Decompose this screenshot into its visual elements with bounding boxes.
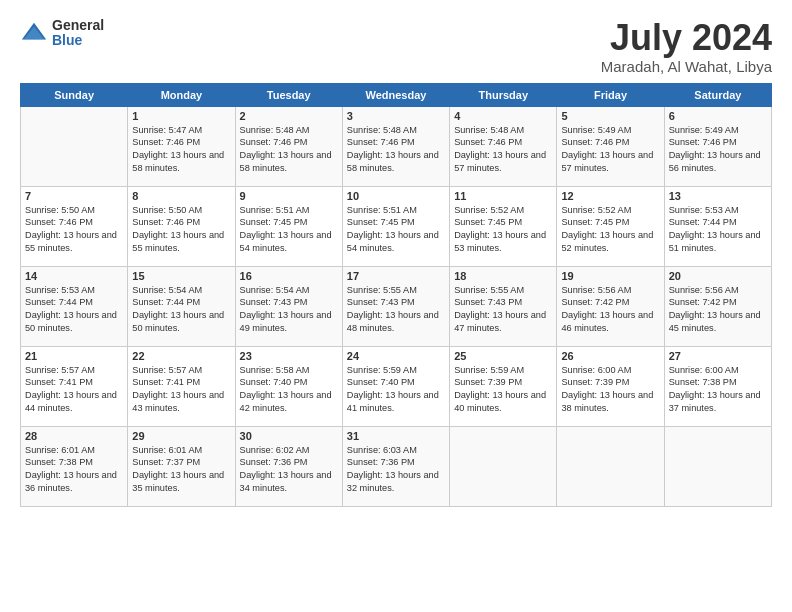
sunrise-text: Sunrise: 6:00 AM [669,365,739,375]
sunset-text: Sunset: 7:40 PM [347,377,415,387]
cell-info: Sunrise: 6:01 AMSunset: 7:37 PMDaylight:… [132,444,230,496]
cell-info: Sunrise: 5:59 AMSunset: 7:39 PMDaylight:… [454,364,552,416]
calendar-cell: 5Sunrise: 5:49 AMSunset: 7:46 PMDaylight… [557,106,664,186]
sunrise-text: Sunrise: 5:52 AM [561,205,631,215]
sunset-text: Sunset: 7:43 PM [454,297,522,307]
calendar-cell: 29Sunrise: 6:01 AMSunset: 7:37 PMDayligh… [128,426,235,506]
day-number: 23 [240,350,338,362]
day-number: 8 [132,190,230,202]
calendar-cell: 26Sunrise: 6:00 AMSunset: 7:39 PMDayligh… [557,346,664,426]
weekday-header: Monday [128,83,235,106]
cell-info: Sunrise: 5:49 AMSunset: 7:46 PMDaylight:… [561,124,659,176]
sunset-text: Sunset: 7:46 PM [132,217,200,227]
calendar-week-row: 7Sunrise: 5:50 AMSunset: 7:46 PMDaylight… [21,186,772,266]
cell-info: Sunrise: 5:57 AMSunset: 7:41 PMDaylight:… [25,364,123,416]
daylight-text: Daylight: 13 hours and 42 minutes. [240,390,332,413]
daylight-text: Daylight: 13 hours and 40 minutes. [454,390,546,413]
daylight-text: Daylight: 13 hours and 56 minutes. [669,150,761,173]
sunset-text: Sunset: 7:46 PM [669,137,737,147]
day-number: 24 [347,350,445,362]
sunset-text: Sunset: 7:37 PM [132,457,200,467]
header-row: SundayMondayTuesdayWednesdayThursdayFrid… [21,83,772,106]
cell-info: Sunrise: 5:48 AMSunset: 7:46 PMDaylight:… [454,124,552,176]
sunrise-text: Sunrise: 5:48 AM [347,125,417,135]
daylight-text: Daylight: 13 hours and 50 minutes. [25,310,117,333]
calendar-cell: 31Sunrise: 6:03 AMSunset: 7:36 PMDayligh… [342,426,449,506]
daylight-text: Daylight: 13 hours and 47 minutes. [454,310,546,333]
cell-info: Sunrise: 5:52 AMSunset: 7:45 PMDaylight:… [454,204,552,256]
sunrise-text: Sunrise: 5:51 AM [240,205,310,215]
calendar-cell [450,426,557,506]
weekday-header: Thursday [450,83,557,106]
calendar-cell: 12Sunrise: 5:52 AMSunset: 7:45 PMDayligh… [557,186,664,266]
day-number: 12 [561,190,659,202]
cell-info: Sunrise: 5:59 AMSunset: 7:40 PMDaylight:… [347,364,445,416]
calendar-cell: 13Sunrise: 5:53 AMSunset: 7:44 PMDayligh… [664,186,771,266]
cell-info: Sunrise: 6:02 AMSunset: 7:36 PMDaylight:… [240,444,338,496]
sunset-text: Sunset: 7:44 PM [669,217,737,227]
sunset-text: Sunset: 7:42 PM [561,297,629,307]
sunset-text: Sunset: 7:41 PM [132,377,200,387]
day-number: 9 [240,190,338,202]
logo: General Blue [20,18,104,49]
day-number: 30 [240,430,338,442]
sunset-text: Sunset: 7:43 PM [347,297,415,307]
daylight-text: Daylight: 13 hours and 45 minutes. [669,310,761,333]
cell-info: Sunrise: 5:56 AMSunset: 7:42 PMDaylight:… [669,284,767,336]
daylight-text: Daylight: 13 hours and 50 minutes. [132,310,224,333]
sunrise-text: Sunrise: 6:03 AM [347,445,417,455]
calendar-body: 1Sunrise: 5:47 AMSunset: 7:46 PMDaylight… [21,106,772,506]
daylight-text: Daylight: 13 hours and 46 minutes. [561,310,653,333]
sunset-text: Sunset: 7:38 PM [25,457,93,467]
sunrise-text: Sunrise: 5:54 AM [240,285,310,295]
cell-info: Sunrise: 5:54 AMSunset: 7:43 PMDaylight:… [240,284,338,336]
daylight-text: Daylight: 13 hours and 37 minutes. [669,390,761,413]
cell-info: Sunrise: 6:03 AMSunset: 7:36 PMDaylight:… [347,444,445,496]
calendar-week-row: 14Sunrise: 5:53 AMSunset: 7:44 PMDayligh… [21,266,772,346]
day-number: 16 [240,270,338,282]
cell-info: Sunrise: 5:55 AMSunset: 7:43 PMDaylight:… [347,284,445,336]
sunrise-text: Sunrise: 5:50 AM [25,205,95,215]
sunset-text: Sunset: 7:39 PM [561,377,629,387]
weekday-header: Tuesday [235,83,342,106]
day-number: 28 [25,430,123,442]
weekday-header: Sunday [21,83,128,106]
sunset-text: Sunset: 7:40 PM [240,377,308,387]
calendar-cell: 8Sunrise: 5:50 AMSunset: 7:46 PMDaylight… [128,186,235,266]
sunset-text: Sunset: 7:38 PM [669,377,737,387]
day-number: 17 [347,270,445,282]
sunrise-text: Sunrise: 5:50 AM [132,205,202,215]
calendar-cell: 1Sunrise: 5:47 AMSunset: 7:46 PMDaylight… [128,106,235,186]
calendar-cell: 28Sunrise: 6:01 AMSunset: 7:38 PMDayligh… [21,426,128,506]
day-number: 5 [561,110,659,122]
day-number: 27 [669,350,767,362]
calendar-week-row: 28Sunrise: 6:01 AMSunset: 7:38 PMDayligh… [21,426,772,506]
daylight-text: Daylight: 13 hours and 41 minutes. [347,390,439,413]
sunrise-text: Sunrise: 5:58 AM [240,365,310,375]
sunset-text: Sunset: 7:41 PM [25,377,93,387]
day-number: 26 [561,350,659,362]
calendar-table: SundayMondayTuesdayWednesdayThursdayFrid… [20,83,772,507]
calendar-header: SundayMondayTuesdayWednesdayThursdayFrid… [21,83,772,106]
day-number: 22 [132,350,230,362]
cell-info: Sunrise: 5:58 AMSunset: 7:40 PMDaylight:… [240,364,338,416]
daylight-text: Daylight: 13 hours and 44 minutes. [25,390,117,413]
sunset-text: Sunset: 7:45 PM [561,217,629,227]
calendar-cell: 17Sunrise: 5:55 AMSunset: 7:43 PMDayligh… [342,266,449,346]
daylight-text: Daylight: 13 hours and 53 minutes. [454,230,546,253]
calendar-cell: 25Sunrise: 5:59 AMSunset: 7:39 PMDayligh… [450,346,557,426]
day-number: 2 [240,110,338,122]
cell-info: Sunrise: 5:50 AMSunset: 7:46 PMDaylight:… [25,204,123,256]
logo-general: General [52,18,104,33]
cell-info: Sunrise: 5:50 AMSunset: 7:46 PMDaylight:… [132,204,230,256]
sunset-text: Sunset: 7:36 PM [240,457,308,467]
sunset-text: Sunset: 7:42 PM [669,297,737,307]
cell-info: Sunrise: 5:53 AMSunset: 7:44 PMDaylight:… [669,204,767,256]
cell-info: Sunrise: 5:53 AMSunset: 7:44 PMDaylight:… [25,284,123,336]
cell-info: Sunrise: 5:51 AMSunset: 7:45 PMDaylight:… [240,204,338,256]
sunset-text: Sunset: 7:46 PM [347,137,415,147]
daylight-text: Daylight: 13 hours and 36 minutes. [25,470,117,493]
sunset-text: Sunset: 7:46 PM [240,137,308,147]
daylight-text: Daylight: 13 hours and 32 minutes. [347,470,439,493]
sunrise-text: Sunrise: 5:59 AM [454,365,524,375]
